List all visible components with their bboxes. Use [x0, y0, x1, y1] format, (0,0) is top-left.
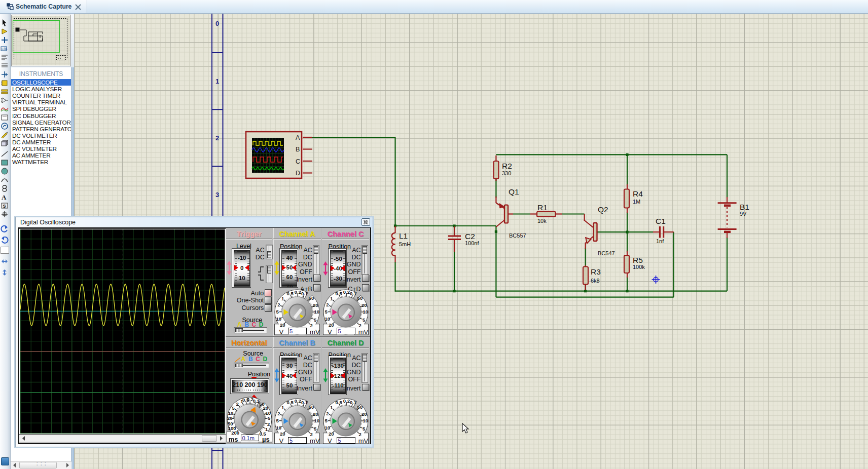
- svg-text:0: 0: [215, 20, 219, 27]
- svg-text:6k8: 6k8: [591, 278, 600, 284]
- svg-text:9V: 9V: [740, 211, 747, 217]
- svg-text:20: 20: [280, 431, 285, 437]
- svg-text:50: 50: [357, 295, 363, 301]
- svg-text:2: 2: [236, 401, 239, 406]
- svg-text:0.5: 0.5: [335, 400, 342, 405]
- svg-text:B1: B1: [740, 203, 749, 211]
- svg-text:10: 10: [363, 309, 368, 315]
- svg-text:5: 5: [324, 418, 328, 423]
- svg-text:5: 5: [276, 309, 279, 315]
- svg-text:100k: 100k: [633, 264, 645, 270]
- svg-text:B: B: [296, 146, 300, 153]
- svg-text:50: 50: [309, 295, 314, 301]
- svg-text:20: 20: [329, 431, 334, 437]
- svg-text:1: 1: [215, 77, 219, 85]
- svg-text:0.2: 0.2: [295, 398, 301, 404]
- svg-text:20: 20: [280, 322, 285, 328]
- svg-text:10: 10: [324, 425, 330, 431]
- svg-text:R2: R2: [502, 162, 512, 170]
- svg-text:5: 5: [324, 309, 328, 315]
- svg-text:2: 2: [358, 323, 361, 328]
- svg-text:0.2: 0.2: [343, 398, 350, 404]
- svg-text:A: A: [296, 134, 300, 141]
- svg-text:0.1: 0.1: [350, 291, 357, 296]
- svg-text:20: 20: [361, 302, 367, 307]
- svg-text:5: 5: [363, 317, 366, 322]
- svg-text:0.1: 0.1: [301, 400, 308, 405]
- svg-text:R4: R4: [633, 189, 643, 198]
- svg-text:20: 20: [227, 415, 233, 421]
- svg-text:S: S: [3, 204, 6, 209]
- svg-text:1: 1: [281, 295, 284, 301]
- svg-text:5mH: 5mH: [399, 241, 411, 247]
- svg-text:0.5: 0.5: [335, 291, 342, 296]
- svg-text:LBL: LBL: [2, 47, 8, 51]
- svg-text:2: 2: [326, 411, 329, 416]
- svg-text:Q2: Q2: [598, 205, 608, 214]
- svg-text:R1: R1: [537, 203, 548, 212]
- svg-text:50: 50: [357, 404, 363, 410]
- svg-text:10: 10: [363, 418, 368, 423]
- svg-text:2: 2: [326, 302, 329, 307]
- svg-text:5: 5: [363, 426, 366, 432]
- svg-text:2: 2: [215, 134, 219, 142]
- svg-text:C: C: [296, 158, 300, 165]
- svg-text:0.1: 0.1: [350, 400, 357, 405]
- svg-text:Q1: Q1: [509, 187, 519, 196]
- svg-text:100nf: 100nf: [465, 240, 479, 246]
- svg-text:0.2: 0.2: [343, 289, 350, 295]
- svg-text:1: 1: [330, 405, 333, 410]
- svg-text:1M: 1M: [633, 199, 640, 205]
- svg-text:10: 10: [276, 316, 282, 322]
- svg-text:2: 2: [277, 302, 280, 307]
- svg-text:0.5: 0.5: [287, 400, 294, 405]
- svg-text:3: 3: [215, 191, 219, 199]
- svg-text:10k: 10k: [537, 218, 547, 224]
- svg-text:A: A: [2, 193, 7, 201]
- svg-text:D: D: [296, 170, 300, 177]
- svg-text:1: 1: [281, 405, 284, 410]
- svg-text:R3: R3: [591, 267, 601, 276]
- svg-text:BC557: BC557: [509, 232, 526, 239]
- svg-text:10: 10: [324, 316, 330, 322]
- svg-text:2: 2: [310, 323, 313, 328]
- svg-text:20: 20: [361, 411, 367, 416]
- svg-text:5: 5: [268, 415, 271, 421]
- svg-text:20: 20: [329, 322, 334, 328]
- svg-text:C1: C1: [656, 217, 666, 225]
- svg-text:1: 1: [330, 295, 333, 301]
- svg-text:1: 1: [240, 398, 243, 404]
- svg-text:C2: C2: [465, 232, 475, 241]
- svg-text:2: 2: [358, 432, 361, 437]
- svg-text:R5: R5: [633, 256, 643, 264]
- svg-text:200: 200: [231, 430, 239, 436]
- svg-text:330: 330: [502, 170, 511, 176]
- svg-text:1nf: 1nf: [656, 238, 664, 244]
- svg-text:50: 50: [309, 404, 314, 410]
- svg-text:10: 10: [266, 410, 271, 415]
- svg-text:2: 2: [310, 432, 313, 437]
- svg-text:BC547: BC547: [598, 250, 615, 256]
